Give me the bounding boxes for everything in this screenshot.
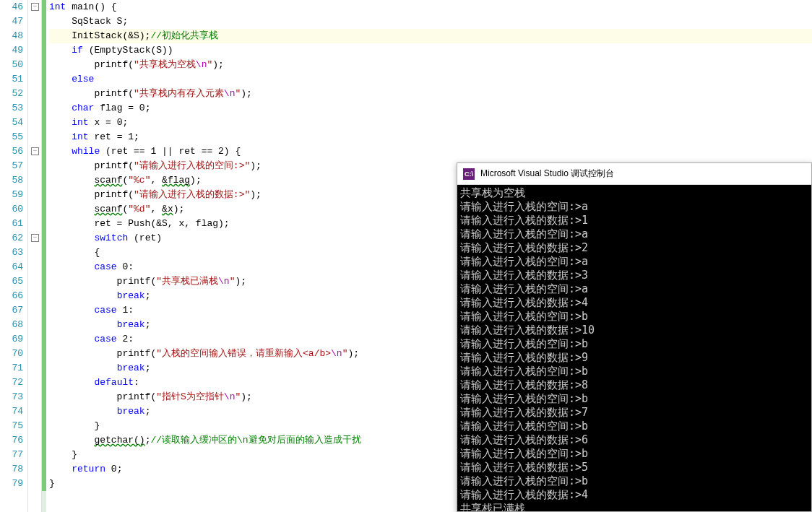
line-number: 47 bbox=[0, 14, 23, 29]
code-line[interactable]: if (EmptyStack(S)) bbox=[49, 43, 812, 58]
console-line: 请输入进行入栈的数据:>5 bbox=[460, 461, 808, 474]
fold-column[interactable]: −−− bbox=[27, 0, 42, 512]
console-line: 共享栈已满栈 bbox=[460, 502, 808, 511]
line-number: 65 bbox=[0, 274, 23, 289]
line-number: 48 bbox=[0, 29, 23, 43]
line-number: 64 bbox=[0, 260, 23, 274]
console-line: 请输入进行入栈的空间:>b bbox=[460, 310, 808, 324]
console-line: 请输入进行入栈的空间:>b bbox=[460, 474, 808, 488]
console-titlebar[interactable]: C:\ Microsoft Visual Studio 调试控制台 bbox=[457, 163, 811, 185]
fold-toggle[interactable]: − bbox=[31, 147, 39, 155]
line-number: 75 bbox=[0, 419, 23, 433]
console-line: 请输入进行入栈的数据:>6 bbox=[460, 433, 808, 447]
code-line[interactable]: printf("共享栈为空栈\n"); bbox=[49, 58, 812, 72]
console-line: 请输入进行入栈的数据:>4 bbox=[460, 488, 808, 502]
fold-toggle[interactable]: − bbox=[31, 234, 39, 242]
line-number: 60 bbox=[0, 202, 23, 217]
line-number: 66 bbox=[0, 289, 23, 303]
code-line[interactable]: else bbox=[49, 72, 812, 87]
console-output[interactable]: 共享栈为空栈请输入进行入栈的空间:>a请输入进行入栈的数据:>1请输入进行入栈的… bbox=[457, 185, 811, 511]
line-number: 52 bbox=[0, 87, 23, 101]
console-line: 请输入进行入栈的数据:>4 bbox=[460, 296, 808, 310]
console-line: 请输入进行入栈的数据:>2 bbox=[460, 241, 808, 255]
console-line: 请输入进行入栈的空间:>b bbox=[460, 365, 808, 378]
console-line: 请输入进行入栈的空间:>a bbox=[460, 200, 808, 214]
line-number: 69 bbox=[0, 332, 23, 347]
line-number: 74 bbox=[0, 404, 23, 419]
console-line: 请输入进行入栈的数据:>9 bbox=[460, 351, 808, 365]
console-line: 共享栈为空栈 bbox=[460, 186, 808, 200]
code-line[interactable]: while (ret == 1 || ret == 2) { bbox=[49, 144, 812, 159]
line-number: 59 bbox=[0, 188, 23, 202]
code-line[interactable]: SqStack S; bbox=[49, 14, 812, 29]
fold-toggle[interactable]: − bbox=[31, 3, 39, 11]
code-line[interactable]: char flag = 0; bbox=[49, 101, 812, 116]
line-number: 72 bbox=[0, 376, 23, 390]
console-line: 请输入进行入栈的空间:>b bbox=[460, 337, 808, 351]
console-line: 请输入进行入栈的空间:>a bbox=[460, 255, 808, 269]
console-line: 请输入进行入栈的空间:>b bbox=[460, 447, 808, 461]
console-line: 请输入进行入栈的数据:>1 bbox=[460, 214, 808, 227]
line-number: 61 bbox=[0, 217, 23, 231]
line-number: 73 bbox=[0, 390, 23, 404]
code-line[interactable]: InitStack(&S);//初始化共享栈 bbox=[49, 29, 812, 43]
line-number: 67 bbox=[0, 303, 23, 318]
line-number: 53 bbox=[0, 101, 23, 116]
console-line: 请输入进行入栈的空间:>b bbox=[460, 420, 808, 433]
console-line: 请输入进行入栈的空间:>b bbox=[460, 392, 808, 406]
console-title: Microsoft Visual Studio 调试控制台 bbox=[480, 168, 614, 180]
line-number: 70 bbox=[0, 347, 23, 361]
line-number: 46 bbox=[0, 0, 23, 14]
line-number: 54 bbox=[0, 116, 23, 130]
code-line[interactable]: int ret = 1; bbox=[49, 130, 812, 144]
line-number: 58 bbox=[0, 173, 23, 188]
code-line[interactable]: printf("共享栈内有存入元素\n"); bbox=[49, 87, 812, 101]
console-line: 请输入进行入栈的数据:>8 bbox=[460, 378, 808, 392]
line-number: 79 bbox=[0, 477, 23, 491]
console-line: 请输入进行入栈的数据:>3 bbox=[460, 269, 808, 282]
line-number: 63 bbox=[0, 246, 23, 260]
console-line: 请输入进行入栈的数据:>7 bbox=[460, 406, 808, 420]
line-number-gutter: 4647484950515253545556575859606162636465… bbox=[0, 0, 27, 512]
console-line: 请输入进行入栈的空间:>a bbox=[460, 227, 808, 241]
line-number: 56 bbox=[0, 144, 23, 159]
line-number: 76 bbox=[0, 433, 23, 448]
line-number: 50 bbox=[0, 58, 23, 72]
line-number: 49 bbox=[0, 43, 23, 58]
line-number: 57 bbox=[0, 159, 23, 173]
console-icon: C:\ bbox=[463, 168, 475, 180]
console-line: 请输入进行入栈的空间:>a bbox=[460, 282, 808, 296]
debug-console-window[interactable]: C:\ Microsoft Visual Studio 调试控制台 共享栈为空栈… bbox=[457, 162, 812, 512]
console-line: 请输入进行入栈的数据:>10 bbox=[460, 324, 808, 337]
code-line[interactable]: int x = 0; bbox=[49, 116, 812, 130]
code-line[interactable]: int main() { bbox=[49, 0, 812, 14]
line-number: 68 bbox=[0, 318, 23, 332]
line-number: 51 bbox=[0, 72, 23, 87]
line-number: 78 bbox=[0, 462, 23, 477]
line-number: 55 bbox=[0, 130, 23, 144]
line-number: 77 bbox=[0, 448, 23, 462]
line-number: 62 bbox=[0, 231, 23, 246]
line-number: 71 bbox=[0, 361, 23, 376]
